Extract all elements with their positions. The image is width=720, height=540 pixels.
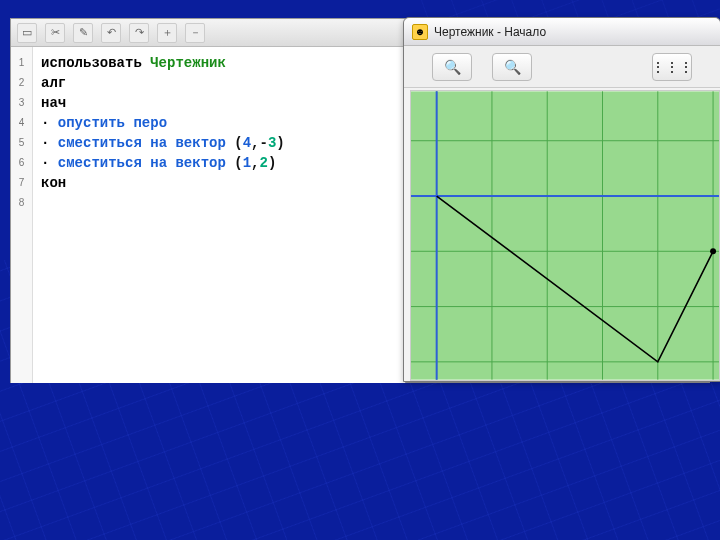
code-line[interactable]: использовать Чертежник <box>41 53 397 73</box>
code-token: алг <box>41 75 66 91</box>
code-token: сместиться на вектор <box>58 135 234 151</box>
code-line[interactable]: · опустить перо <box>41 113 397 133</box>
code-token: сместиться на вектор <box>58 155 234 171</box>
code-line[interactable] <box>41 193 397 213</box>
code-line[interactable]: алг <box>41 73 397 93</box>
line-number: 6 <box>11 153 32 173</box>
code-line[interactable]: нач <box>41 93 397 113</box>
code-token: 1 <box>243 155 251 171</box>
code-token: 4 <box>243 135 251 151</box>
zoomin-icon[interactable]: ＋ <box>157 23 177 43</box>
code-token: ( <box>234 155 242 171</box>
zoomout-icon[interactable]: － <box>185 23 205 43</box>
line-number: 4 <box>11 113 32 133</box>
line-number: 8 <box>11 193 32 213</box>
magnifier-plus-icon: 🔍 <box>444 59 461 75</box>
canvas[interactable] <box>410 90 720 381</box>
code-token: ) <box>268 155 276 171</box>
line-gutter: 12345678 <box>11 47 33 383</box>
code-token: ( <box>234 135 242 151</box>
code-token: · <box>41 155 58 171</box>
drafter-toolbar: 🔍 🔍 ⋮⋮⋮ <box>404 46 720 88</box>
line-number: 7 <box>11 173 32 193</box>
code-line[interactable]: · сместиться на вектор (1,2) <box>41 153 397 173</box>
code-token: 2 <box>259 155 267 171</box>
line-number: 1 <box>11 53 32 73</box>
wand-icon[interactable]: ✎ <box>73 23 93 43</box>
code-token: Чертежник <box>150 55 226 71</box>
code-token: · <box>41 135 58 151</box>
code-token: ) <box>276 135 284 151</box>
line-number: 2 <box>11 73 32 93</box>
window-title: Чертежник - Начало <box>434 25 546 39</box>
drafter-window: ☻ Чертежник - Начало 🔍 🔍 ⋮⋮⋮ <box>403 17 720 382</box>
zoom-in-button[interactable]: 🔍 <box>432 53 472 81</box>
svg-rect-2 <box>411 91 719 379</box>
code-line[interactable]: кон <box>41 173 397 193</box>
svg-point-23 <box>710 248 716 254</box>
code-editor[interactable]: 12345678 использовать Чертежникалгнач· о… <box>11 47 406 383</box>
line-number: 5 <box>11 133 32 153</box>
code-token: нач <box>41 95 66 111</box>
code-token: ,- <box>251 135 268 151</box>
code-line[interactable]: · сместиться на вектор (4,-3) <box>41 133 397 153</box>
grid-button[interactable]: ⋮⋮⋮ <box>652 53 692 81</box>
zoom-out-button[interactable]: 🔍 <box>492 53 532 81</box>
code-token: опустить перо <box>58 115 167 131</box>
app-icon: ☻ <box>412 24 428 40</box>
magnifier-minus-icon: 🔍 <box>504 59 521 75</box>
code-token: использовать <box>41 55 150 71</box>
line-number: 3 <box>11 93 32 113</box>
titlebar[interactable]: ☻ Чертежник - Начало <box>404 18 720 46</box>
drawing-grid <box>411 91 719 380</box>
grid-dots-icon: ⋮⋮⋮ <box>651 59 693 75</box>
redo-icon[interactable]: ↷ <box>129 23 149 43</box>
undo-icon[interactable]: ↶ <box>101 23 121 43</box>
code-token: · <box>41 115 58 131</box>
cut-icon[interactable]: ✂ <box>45 23 65 43</box>
new-icon[interactable]: ▭ <box>17 23 37 43</box>
code-area[interactable]: использовать Чертежникалгнач· опустить п… <box>33 47 405 383</box>
code-token: кон <box>41 175 66 191</box>
